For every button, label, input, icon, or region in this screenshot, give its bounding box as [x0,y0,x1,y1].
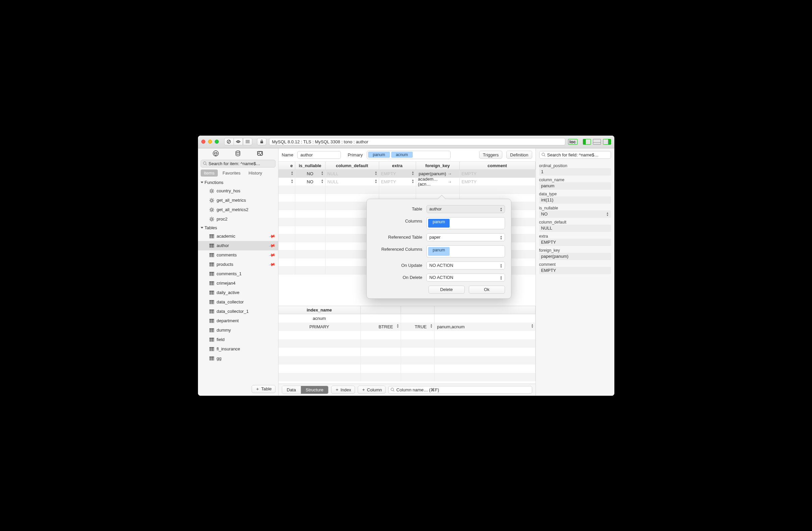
sidebar-item-comments_1[interactable]: comments_1 [198,269,278,278]
svg-point-2 [237,141,239,142]
sidebar-item-comments[interactable]: comments📌 [198,250,278,260]
col-header-5[interactable]: comment [460,162,536,170]
index-row[interactable]: acnum [278,314,536,322]
sidebar-tab-items[interactable]: Items [201,170,218,176]
popover-refcol-chip[interactable]: panum [428,247,450,256]
close-window-button[interactable] [201,140,205,144]
segment-structure[interactable]: Structure [301,386,328,394]
segment-data[interactable]: Data [282,386,301,394]
sidebar-item-field[interactable]: field [198,335,278,344]
idx-header-0[interactable]: index_name [278,306,361,314]
popover-refcols-box[interactable]: panum [426,245,505,257]
minimize-window-button[interactable] [208,140,212,144]
column-row[interactable]: ▲▼NO▲▼NULL▲▼EMPTY▲▼academ…(acn…→EMPTY [278,178,536,186]
breadcrumb[interactable]: MySQL 8.0.12 : TLS : MySQL 3308 : tono :… [269,138,565,145]
popover-columns-box[interactable]: panum [426,217,505,229]
svg-line-21 [210,192,211,193]
sidebar-item-products[interactable]: products📌 [198,260,278,269]
add-table-button[interactable]: ＋Table [252,385,275,393]
sidebar-tab-history[interactable]: History [245,170,265,176]
idx-header-1[interactable] [361,306,401,314]
sidebar-item-get_all_metrics[interactable]: get_all_metrics [198,196,278,205]
lock-button[interactable] [257,138,266,145]
primary-key-box[interactable]: panum acnum [367,151,451,159]
col-header-3[interactable]: extra [379,162,416,170]
stop-button[interactable] [224,138,233,145]
database-icon[interactable] [235,150,241,157]
inspector-value-ordinal_position[interactable]: 1 [539,168,611,175]
index-row[interactable] [278,364,536,373]
col-header-2[interactable]: column_default [325,162,379,170]
popover-ondelete-select[interactable]: NO ACTION▲▼ [426,274,505,282]
column-row[interactable] [278,186,536,194]
col-header-0[interactable]: e [278,162,295,170]
column-filter-input[interactable]: Column name… (⌘F) [388,386,532,394]
idx-header-3[interactable] [435,306,536,314]
add-column-button[interactable]: ＋Column [358,386,386,394]
sidebar-tabs: Items Favorites History [198,170,278,178]
sidebar-item-department[interactable]: department [198,316,278,326]
popover-delete-button[interactable]: Delete [429,286,465,294]
toggle-bottom-panel-button[interactable] [593,139,601,145]
popover-ok-button[interactable]: Ok [469,286,505,294]
popover-onupdate-select[interactable]: NO ACTION▲▼ [426,261,505,270]
inspector-value-foreign_key[interactable]: paper(panum) [539,253,611,260]
layout-button[interactable] [243,138,252,145]
add-index-button[interactable]: ＋Index [331,386,355,394]
col-header-1[interactable]: is_nullable [295,162,325,170]
sidebar-tab-favorites[interactable]: Favorites [219,170,244,176]
index-row[interactable] [278,331,536,339]
inspector-label-foreign_key: foreign_key [539,248,611,253]
sidebar-item-data_collector_1[interactable]: data_collector_1 [198,307,278,316]
toggle-left-panel-button[interactable] [583,139,591,145]
table-icon [209,291,214,295]
inspector-value-data_type[interactable]: int(11) [539,196,611,204]
sidebar-item-proc2[interactable]: proc2 [198,214,278,224]
definition-button[interactable]: Definition [506,151,532,159]
toggle-right-panel-button[interactable] [603,139,611,145]
primary-chip-1[interactable]: acnum [391,152,413,158]
popover-column-chip[interactable]: panum [428,219,450,228]
index-row[interactable]: PRIMARYBTREE▲▼TRUE▲▼panum,acnum▲▼ [278,322,536,331]
inspector-value-column_name[interactable]: panum [539,182,611,190]
sidebar-group-tables[interactable]: Tables [198,224,278,232]
primary-chip-0[interactable]: panum [368,152,390,158]
inspector-value-column_default[interactable]: NULL [539,225,611,232]
sidebar-item-author[interactable]: author📌 [198,241,278,250]
index-row[interactable] [278,348,536,356]
inspector-value-extra[interactable]: EMPTY [539,239,611,246]
table-icon [209,338,214,342]
sidebar-search-input[interactable]: Search for item: ^name$… [201,160,275,168]
plug-icon[interactable] [213,150,219,157]
index-row[interactable] [278,373,536,381]
inspector-value-is_nullable[interactable]: NO▲▼ [539,211,611,218]
index-row[interactable] [278,356,536,364]
filter-placeholder: Column name… (⌘F) [396,387,439,392]
sidebar-group-functions[interactable]: Functions [198,178,278,186]
inspector-fields: ordinal_position1column_namepanumdata_ty… [539,161,611,274]
popover-reftable-select[interactable]: paper▲▼ [426,233,505,241]
index-row[interactable] [278,339,536,348]
col-header-4[interactable]: foreign_key [416,162,460,170]
panel-toggles [583,139,611,145]
sidebar-item-country_hos[interactable]: country_hos [198,186,278,196]
name-field[interactable]: author [297,151,341,159]
zoom-window-button[interactable] [215,140,219,144]
sidebar-item-gg[interactable]: gg [198,354,278,363]
sidebar-item-data_collector[interactable]: data_collector [198,297,278,307]
column-row[interactable]: ▲▼NO▲▼NULL▲▼EMPTY▲▼paper(panum)→EMPTY [278,170,536,178]
sidebar-item-academic[interactable]: academic📌 [198,232,278,241]
inspector-search-input[interactable]: Search for field: ^name$… [539,151,611,159]
sidebar-item-get_all_metrics2[interactable]: get_all_metrics2 [198,205,278,214]
sql-icon[interactable]: SQL [257,150,263,157]
svg-line-19 [210,189,211,190]
view-button[interactable] [233,138,243,145]
sidebar-item-crimejan4[interactable]: crimejan4 [198,278,278,288]
sidebar-item-fl_insurance[interactable]: fl_insurance [198,344,278,354]
inspector-value-comment[interactable]: EMPTY [539,267,611,274]
sidebar-item-dummy[interactable]: dummy [198,326,278,335]
sidebar-item-daily_active[interactable]: daily_active [198,288,278,297]
connection-status-badge: loc [568,139,578,145]
idx-header-2[interactable] [401,306,435,314]
triggers-button[interactable]: Triggers [479,151,502,159]
